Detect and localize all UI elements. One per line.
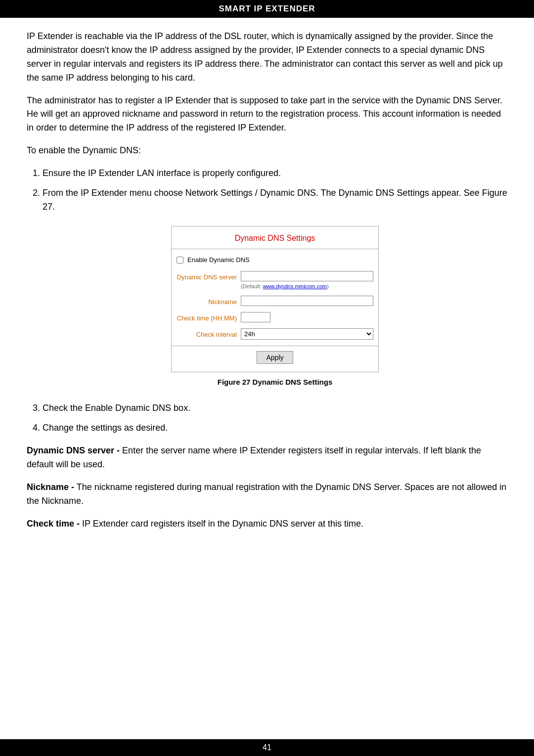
checktime-input[interactable]	[241, 312, 270, 322]
dns-settings-box: Dynamic DNS Settings Enable Dynamic DNS …	[171, 226, 379, 372]
enable-dns-label: Enable Dynamic DNS	[187, 255, 250, 265]
nickname-label: Nickname	[177, 296, 241, 307]
nickname-input[interactable]	[241, 296, 373, 306]
figure-27-container: Dynamic DNS Settings Enable Dynamic DNS …	[171, 226, 379, 396]
def-checktime-text: IP Extender card registers itself in the…	[82, 519, 363, 529]
server-input[interactable]	[241, 271, 373, 281]
def-nickname-text: The nickname registered during manual re…	[27, 482, 506, 506]
apply-row: Apply	[172, 351, 378, 364]
step-1: Ensure the IP Extender LAN interface is …	[43, 167, 507, 180]
figure-caption: Figure 27 Dynamic DNS Settings	[218, 376, 333, 388]
checktime-control	[241, 312, 373, 322]
def-server-term: Dynamic DNS server -	[27, 445, 120, 455]
server-label: Dynamic DNS server	[177, 271, 241, 282]
def-server: Dynamic DNS server - Enter the server na…	[27, 444, 507, 472]
enable-heading: To enable the Dynamic DNS:	[27, 144, 507, 158]
server-control: (Default: www.dyndns.minicom.com)	[241, 271, 373, 291]
enable-dns-row: Enable Dynamic DNS	[172, 255, 378, 265]
interval-label: Check interval	[177, 328, 241, 340]
interval-control: 24h 12h 6h 1h	[241, 328, 373, 340]
dns-settings-title: Dynamic DNS Settings	[172, 226, 378, 249]
header-title: SMART IP EXTENDER	[219, 4, 315, 13]
page-number: 41	[263, 743, 271, 752]
def-checktime-term: Check time -	[27, 519, 80, 529]
def-nickname-term: Nickname -	[27, 482, 74, 492]
def-nickname: Nickname - The nickname registered durin…	[27, 481, 507, 508]
steps-list: Ensure the IP Extender LAN interface is …	[43, 167, 507, 435]
server-default: (Default: www.dyndns.minicom.com)	[241, 282, 373, 291]
page-header: SMART IP EXTENDER	[0, 0, 534, 18]
nickname-row: Nickname	[172, 296, 378, 307]
divider	[172, 346, 378, 346]
interval-row: Check interval 24h 12h 6h 1h	[172, 328, 378, 340]
nickname-control	[241, 296, 373, 306]
enable-dns-checkbox[interactable]	[177, 257, 183, 264]
server-default-link: www.dyndns.minicom.com	[263, 283, 327, 289]
page-footer: 41	[0, 739, 534, 756]
def-checktime: Check time - IP Extender card registers …	[27, 517, 507, 531]
step-3: Check the Enable Dynamic DNS box.	[43, 401, 507, 415]
checktime-label: Check time (HH:MM)	[177, 312, 241, 323]
intro-paragraph-2: The administrator has to register a IP E…	[27, 94, 507, 135]
intro-paragraph-1: IP Extender is reachable via the IP addr…	[27, 30, 507, 85]
checktime-row: Check time (HH:MM)	[172, 312, 378, 323]
interval-select[interactable]: 24h 12h 6h 1h	[241, 328, 373, 340]
main-content: IP Extender is reachable via the IP addr…	[0, 18, 534, 739]
step-2: From the IP Extender menu choose Network…	[43, 186, 507, 396]
apply-button[interactable]: Apply	[257, 351, 293, 364]
server-row: Dynamic DNS server (Default: www.dyndns.…	[172, 271, 378, 291]
step-4: Change the settings as desired.	[43, 421, 507, 435]
